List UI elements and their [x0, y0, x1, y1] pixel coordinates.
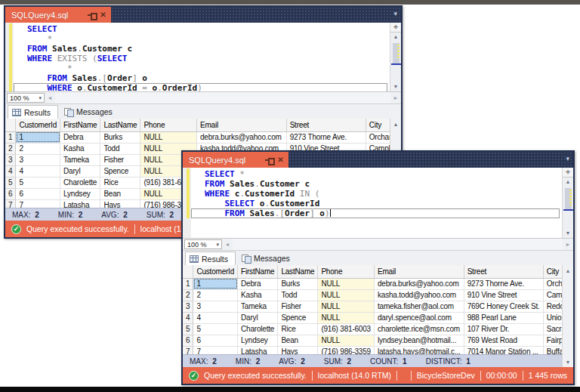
- grid-cell[interactable]: NULL: [318, 335, 375, 346]
- grid-cell[interactable]: 9273 Thorne Ave.: [286, 131, 366, 143]
- grid-cell[interactable]: latasha.hays@hotmail.c...: [374, 346, 464, 354]
- column-header-lastname[interactable]: LastName: [278, 265, 318, 278]
- row-header[interactable]: 5: [5, 177, 16, 188]
- grid-corner-header[interactable]: [5, 119, 16, 131]
- scroll-track[interactable]: [390, 42, 401, 82]
- document-tab[interactable]: SQLQuery4.sql ✕: [5, 7, 111, 23]
- grid-cell[interactable]: debra.burks@yahoo.com: [374, 278, 464, 289]
- tab-results[interactable]: Results: [8, 105, 58, 119]
- sql-editor[interactable]: SELECT *FROM Sales.Customer cWHERE c.Cus…: [183, 168, 573, 239]
- grid-cell[interactable]: 2: [193, 289, 238, 301]
- grid-cell[interactable]: Sacramento: [543, 323, 562, 335]
- column-header-lastname[interactable]: LastName: [100, 119, 140, 131]
- grid-cell[interactable]: Fairport: [543, 335, 562, 346]
- column-header-street[interactable]: Street: [286, 119, 366, 131]
- row-header[interactable]: 5: [183, 323, 193, 335]
- grid-cell[interactable]: 4: [193, 312, 238, 323]
- grid-cell[interactable]: Tameka: [238, 301, 278, 312]
- grid-cell[interactable]: Fisher: [278, 301, 318, 312]
- code-line[interactable]: WHERE o.CustomerId = o.OrderId): [14, 83, 387, 91]
- column-header-street[interactable]: Street: [464, 265, 543, 278]
- grid-cell[interactable]: Daryl: [60, 165, 100, 177]
- grid-cell[interactable]: NULL: [140, 131, 197, 143]
- code-line[interactable]: SELECT: [14, 24, 387, 34]
- scroll-up-icon[interactable]: ▲: [566, 268, 571, 273]
- row-header[interactable]: 4: [5, 165, 16, 177]
- column-header-phone[interactable]: Phone: [140, 119, 197, 131]
- grid-cell[interactable]: 988 Pearl Lane: [464, 312, 543, 323]
- row-header[interactable]: 2: [183, 289, 193, 301]
- grid-corner-header[interactable]: [183, 265, 193, 278]
- grid-cell[interactable]: Orchard Park: [543, 278, 562, 289]
- editor-vertical-scrollbar[interactable]: ÷ ▲ ▼: [562, 168, 573, 238]
- grid-cell[interactable]: Daryl: [238, 312, 278, 323]
- row-header[interactable]: 4: [183, 312, 193, 323]
- grid-vertical-scrollbar[interactable]: ▲ ▼: [562, 265, 573, 367]
- grid-cell[interactable]: Debra: [238, 278, 278, 289]
- grid-cell[interactable]: Spence: [278, 312, 318, 323]
- tab-list-caret-icon[interactable]: ▾: [566, 156, 569, 162]
- code-line[interactable]: WHERE EXISTS (SELECT: [14, 54, 387, 63]
- grid-cell[interactable]: Charolette: [238, 323, 278, 335]
- grid-cell[interactable]: Hays: [278, 346, 318, 354]
- column-header-phone[interactable]: Phone: [318, 265, 375, 278]
- grid-cell[interactable]: Latasha: [60, 199, 100, 208]
- code-line[interactable]: FROM Sales.Customer c: [14, 44, 387, 54]
- grid-cell[interactable]: NULL: [318, 278, 375, 289]
- grid-cell[interactable]: Tameka: [60, 154, 100, 165]
- row-header[interactable]: 3: [183, 301, 193, 312]
- horizontal-scroll-track[interactable]: [233, 239, 563, 250]
- grid-cell[interactable]: Lyndsey: [60, 188, 100, 199]
- grid-cell[interactable]: Kasha: [60, 143, 100, 154]
- grid-cell[interactable]: Orchard Park: [366, 131, 390, 143]
- grid-cell[interactable]: 3: [16, 154, 60, 165]
- tab-messages[interactable]: Messages: [238, 252, 297, 265]
- editor-vertical-scrollbar[interactable]: ÷ ▲ ▼: [390, 23, 401, 91]
- grid-cell[interactable]: Todd: [100, 143, 140, 154]
- grid-cell[interactable]: 7: [193, 346, 238, 354]
- row-header[interactable]: 7: [183, 346, 193, 354]
- tab-list-caret-icon[interactable]: ▾: [393, 11, 397, 17]
- grid-cell[interactable]: NULL: [318, 289, 375, 301]
- row-header[interactable]: 3: [5, 154, 16, 165]
- grid-cell[interactable]: Fisher: [100, 154, 140, 165]
- grid-cell[interactable]: 4: [16, 165, 60, 177]
- scroll-track[interactable]: [563, 187, 573, 229]
- scroll-up-icon[interactable]: ▲: [393, 122, 399, 127]
- scroll-down-icon[interactable]: ▼: [566, 229, 571, 238]
- column-header-city[interactable]: City: [543, 265, 562, 278]
- grid-cell[interactable]: Kasha: [238, 289, 278, 301]
- grid-cell[interactable]: debra.burks@yahoo.com: [196, 131, 286, 143]
- grid-cell[interactable]: lyndsey.bean@hotmail...: [374, 335, 464, 346]
- scroll-right-icon[interactable]: ►: [390, 95, 401, 100]
- sql-editor[interactable]: SELECT *FROM Sales.Customer cWHERE EXIST…: [5, 23, 401, 92]
- grid-cell[interactable]: Burks: [100, 131, 140, 143]
- scroll-right-icon[interactable]: ►: [563, 242, 573, 247]
- document-tab[interactable]: SQLQuery4.sql ✕: [183, 152, 288, 168]
- code-line[interactable]: *: [14, 34, 387, 44]
- grid-cell[interactable]: charolette.rice@msn.com: [374, 323, 464, 335]
- grid-cell[interactable]: Burks: [278, 278, 318, 289]
- grid-cell[interactable]: (916) 381-6003: [318, 323, 375, 335]
- grid-cell[interactable]: (716) 986-3359: [318, 346, 375, 354]
- code-line[interactable]: FROM Sales.[Order] o: [14, 73, 387, 83]
- grid-cell[interactable]: daryl.spence@aol.com: [374, 312, 464, 323]
- column-header-customerid[interactable]: CustomerId: [16, 119, 60, 131]
- close-icon[interactable]: ✕: [277, 156, 283, 164]
- scroll-left-icon[interactable]: ◄: [45, 95, 55, 100]
- column-header-firstname[interactable]: FirstName: [238, 265, 278, 278]
- grid-cell[interactable]: kasha.todd@yahoo.com: [374, 289, 464, 301]
- scroll-up-icon[interactable]: ▲: [566, 177, 571, 187]
- scroll-thumb[interactable]: [393, 43, 400, 65]
- grid-cell[interactable]: 769C Honey Creek St.: [464, 301, 543, 312]
- row-header[interactable]: 1: [5, 131, 16, 143]
- grid-cell[interactable]: 1: [193, 278, 238, 289]
- grid-cell[interactable]: 910 Vine Street: [464, 289, 543, 301]
- grid-cell[interactable]: Todd: [278, 289, 318, 301]
- column-header-city[interactable]: City: [366, 119, 390, 131]
- row-header[interactable]: 6: [5, 188, 16, 199]
- grid-cell[interactable]: Rice: [278, 323, 318, 335]
- results-grid[interactable]: CustomerIdFirstNameLastNamePhoneEmailStr…: [183, 265, 562, 354]
- grid-cell[interactable]: Debra: [60, 131, 100, 143]
- code-line[interactable]: SELECT *: [191, 169, 560, 179]
